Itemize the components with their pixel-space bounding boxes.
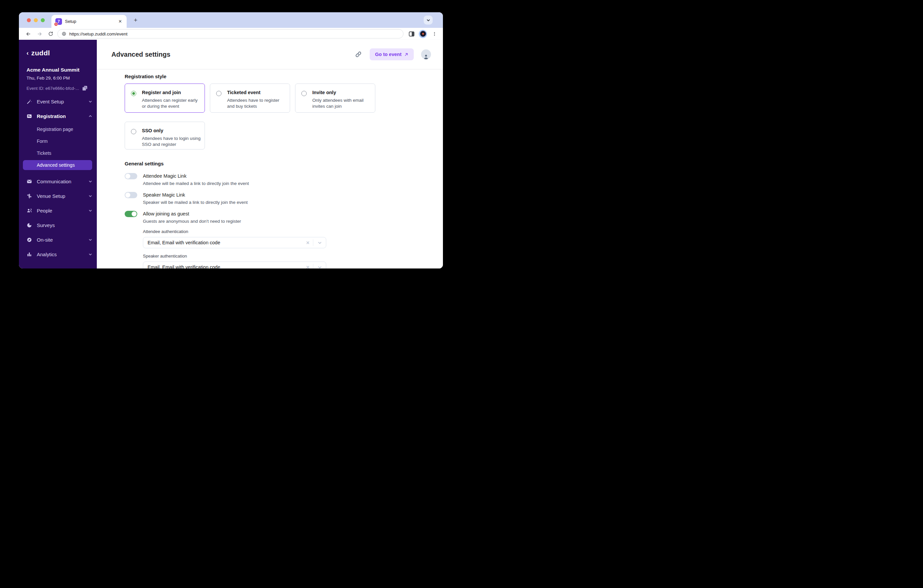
chevron-up-icon bbox=[88, 114, 92, 118]
sidebar-item-label: Registration bbox=[37, 113, 88, 119]
chevron-down-icon bbox=[88, 100, 92, 103]
close-tab-icon[interactable]: ✕ bbox=[117, 18, 123, 25]
chevron-down-icon[interactable] bbox=[313, 265, 326, 269]
arrow-left-icon bbox=[26, 31, 31, 37]
radio-unchecked-icon[interactable] bbox=[216, 91, 222, 96]
speaker-magic-link-row: Speaker Magic Link Speaker will be maile… bbox=[125, 192, 423, 205]
event-id: Event ID: e67e666c-bfcd-... bbox=[26, 86, 79, 91]
envelope-icon bbox=[26, 179, 32, 184]
arrow-up-right-icon bbox=[404, 53, 409, 57]
link-icon bbox=[355, 51, 362, 57]
option-invite-only[interactable]: Invite only Only attendees with email in… bbox=[295, 84, 375, 113]
sidebar-item-label: Analytics bbox=[37, 251, 88, 257]
sidebar-item-label: On-site bbox=[37, 237, 88, 243]
registration-subnav: Registration page Form Tickets Advanced … bbox=[19, 124, 97, 170]
sidebar-item-people[interactable]: People bbox=[19, 205, 97, 216]
copy-link-button[interactable] bbox=[355, 50, 362, 58]
radio-unchecked-icon[interactable] bbox=[131, 129, 136, 134]
option-sso-only[interactable]: SSO only Attendees have to login using S… bbox=[125, 122, 205, 149]
speaker-magic-link-toggle[interactable] bbox=[125, 192, 137, 198]
sidebar-item-registration-page[interactable]: Registration page bbox=[23, 124, 92, 134]
forward-button[interactable] bbox=[36, 30, 43, 38]
toggle-label: Allow joining as guest bbox=[143, 210, 241, 217]
registration-card-icon bbox=[26, 113, 32, 119]
option-register-and-join[interactable]: Register and join Attendees can register… bbox=[125, 84, 205, 113]
clear-selection-icon[interactable]: ✕ bbox=[303, 265, 313, 269]
chevron-down-icon bbox=[88, 238, 92, 241]
user-avatar[interactable] bbox=[421, 49, 431, 59]
sidebar-item-communication[interactable]: Communication bbox=[19, 176, 97, 187]
maximize-window-button[interactable] bbox=[41, 18, 45, 22]
option-description: Attendees can register early or during t… bbox=[142, 97, 201, 109]
side-panel-icon bbox=[409, 31, 414, 36]
address-bar[interactable]: https://setup.zuddl.com/event bbox=[57, 29, 404, 38]
clear-selection-icon[interactable]: ✕ bbox=[303, 240, 313, 245]
collapse-sidebar-icon[interactable]: ‹ bbox=[26, 50, 28, 56]
sidebar-item-label: Surveys bbox=[37, 222, 92, 228]
person-icon bbox=[423, 54, 429, 59]
sidebar-item-label: Communication bbox=[37, 179, 88, 184]
sidebar-item-form[interactable]: Form bbox=[23, 136, 92, 146]
back-button[interactable] bbox=[24, 30, 32, 38]
allow-guest-row: Allow joining as guest Guests are anonym… bbox=[125, 210, 423, 224]
new-tab-button[interactable]: + bbox=[131, 16, 140, 24]
reload-icon bbox=[48, 31, 53, 36]
browser-tab-setup[interactable]: 7 1 Setup ✕ bbox=[51, 15, 126, 28]
go-to-event-label: Go to event bbox=[375, 52, 401, 57]
main-panel: Advanced settings Go to event Registrati… bbox=[97, 40, 443, 268]
copy-icon[interactable] bbox=[82, 86, 87, 91]
allow-guest-toggle[interactable] bbox=[125, 211, 137, 217]
attendee-magic-link-row: Attendee Magic Link Attendee will be mai… bbox=[125, 173, 423, 187]
sidebar-item-tickets[interactable]: Tickets bbox=[23, 148, 92, 158]
attendee-authentication-select[interactable]: Email, Email with verification code ✕ bbox=[143, 237, 326, 248]
go-to-event-button[interactable]: Go to event bbox=[370, 48, 414, 60]
sidebar-item-event-setup[interactable]: Event Setup bbox=[19, 96, 97, 107]
event-name: Acme Annual Summit bbox=[19, 67, 97, 73]
option-description: Attendees have to register and buy ticke… bbox=[227, 97, 286, 109]
select-value: Email, Email with verification code bbox=[148, 264, 303, 268]
sidebar-item-venue-setup[interactable]: Venue Setup bbox=[19, 190, 97, 202]
speaker-authentication-select[interactable]: Email, Email with verification code ✕ bbox=[143, 261, 326, 268]
sidebar-item-onsite[interactable]: On-site bbox=[19, 234, 97, 245]
toggle-label: Attendee Magic Link bbox=[143, 173, 249, 179]
compass-icon bbox=[26, 237, 32, 243]
chevron-down-icon bbox=[88, 180, 92, 183]
sidebar-item-label: Event Setup bbox=[37, 99, 88, 104]
url-text: https://setup.zuddl.com/event bbox=[69, 31, 128, 36]
sidebar-item-surveys[interactable]: Surveys bbox=[19, 219, 97, 231]
registration-style-options: Register and join Attendees can register… bbox=[125, 84, 423, 113]
sidebar-item-analytics[interactable]: Analytics bbox=[19, 249, 97, 260]
chevron-down-icon bbox=[88, 194, 92, 198]
pie-chart-icon bbox=[26, 222, 32, 228]
browser-profile-avatar[interactable] bbox=[419, 30, 427, 38]
reload-button[interactable] bbox=[47, 30, 55, 38]
general-settings-heading: General settings bbox=[125, 161, 423, 167]
radio-checked-icon[interactable] bbox=[131, 91, 136, 96]
option-ticketed-event[interactable]: Ticketed event Attendees have to registe… bbox=[210, 84, 290, 113]
minimize-window-button[interactable] bbox=[34, 18, 38, 22]
side-panel-button[interactable] bbox=[407, 30, 416, 38]
general-settings-toggles: Attendee Magic Link Attendee will be mai… bbox=[125, 173, 423, 224]
select-value: Email, Email with verification code bbox=[148, 240, 303, 245]
option-title: Ticketed event bbox=[227, 90, 285, 95]
notification-badge: 1 bbox=[54, 22, 58, 26]
close-window-button[interactable] bbox=[27, 18, 31, 22]
chevron-down-icon bbox=[426, 18, 430, 22]
sidebar-item-registration[interactable]: Registration bbox=[19, 110, 97, 122]
radio-unchecked-icon[interactable] bbox=[301, 91, 307, 96]
tab-title: Setup bbox=[65, 19, 117, 24]
option-title: Register and join bbox=[142, 90, 200, 95]
browser-menu-button[interactable] bbox=[430, 30, 438, 38]
registration-style-heading: Registration style bbox=[125, 74, 423, 80]
page-header: Advanced settings Go to event bbox=[97, 40, 443, 69]
option-description: Attendees have to login using SSO and re… bbox=[142, 136, 201, 148]
authentication-settings: Attendee authentication Email, Email wit… bbox=[143, 229, 423, 268]
attendee-magic-link-toggle[interactable] bbox=[125, 173, 137, 179]
page-title: Advanced settings bbox=[112, 51, 171, 58]
chevron-down-icon[interactable] bbox=[313, 241, 326, 245]
sidebar-logo: ‹ zuddl bbox=[19, 49, 97, 57]
sidebar-item-advanced-settings[interactable]: Advanced settings bbox=[23, 160, 92, 170]
toggle-description: Guests are anonymous and don't need to r… bbox=[143, 218, 241, 224]
tab-search-chevron-button[interactable] bbox=[424, 16, 433, 25]
chevron-down-icon bbox=[88, 209, 92, 212]
